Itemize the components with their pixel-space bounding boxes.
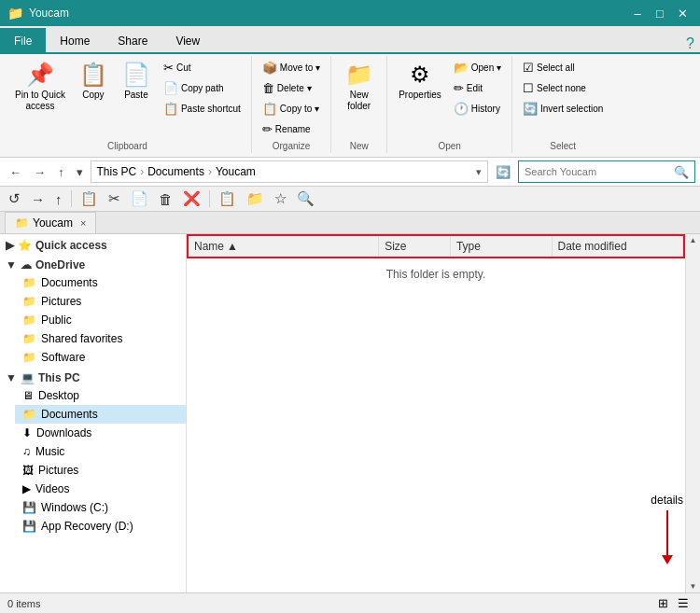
toolbar-cut-button[interactable]: ✂ [105,188,124,209]
open-button[interactable]: 📂 Open ▾ [449,58,506,77]
sidebar-item-documents-od[interactable]: 📁 Documents [15,273,186,292]
empty-message: This folder is empty. [386,268,485,281]
select-label: Select [550,139,576,151]
forward-button[interactable]: → [29,163,50,181]
sep1: › [140,165,144,178]
sidebar-item-shared-favorites[interactable]: 📁 Shared favorites [15,329,186,348]
new-folder-button[interactable]: 📁 Newfolder [339,58,380,116]
toolbar-search-button[interactable]: 🔍 [293,188,318,209]
address-dropdown-button[interactable]: ▾ [476,166,482,178]
view-list-button[interactable]: ☰ [674,594,693,612]
delete-button[interactable]: 🗑 Delete ▾ [258,78,325,98]
paste-button[interactable]: 📄 Paste [116,58,157,104]
select-all-button[interactable]: ☑ Select all [518,58,608,77]
col-header-type[interactable]: Type [451,236,553,257]
sidebar-item-pictures[interactable]: 🖼 Pictures [15,461,186,480]
sidebar-item-software[interactable]: 📁 Software [15,348,186,367]
cut-button[interactable]: ✂ Cut [159,58,245,77]
sidebar-item-windows-c[interactable]: 💾 Windows (C:) [15,498,186,517]
sidebar-item-music[interactable]: ♫ Music [15,442,186,461]
ribbon-help-icon[interactable]: ? [686,35,700,52]
onedrive-children: 📁 Documents 📁 Pictures 📁 Public 📁 Shared… [0,273,186,367]
sidebar-item-app-recovery-d[interactable]: 💾 App Recovery (D:) [15,517,186,536]
select-all-icon: ☑ [523,61,534,75]
toolbar-back-button[interactable]: ↺ [5,188,24,209]
tab-share[interactable]: Share [104,28,161,52]
sidebar-item-desktop[interactable]: 🖥 Desktop [15,386,186,405]
copy-path-icon: 📄 [163,81,178,95]
toolbar-sep1 [71,190,72,207]
documents-od-icon: 📁 [22,276,36,289]
sidebar-item-documents[interactable]: 📁 Documents [15,405,186,424]
music-label: Music [35,445,64,458]
sidebar-item-quick-access[interactable]: ▶ ⭐ Quick access [0,234,186,254]
pin-quick-access-button[interactable]: 📌 Pin to Quickaccess [9,58,71,116]
toolbar-delete-button[interactable]: 🗑 [155,189,176,209]
toolbar-paste-button[interactable]: 📄 [127,188,152,209]
invert-selection-button[interactable]: 🔄 Invert selection [518,99,608,118]
toolbar-newfolder-button[interactable]: 📋 [215,188,240,209]
title-bar-title: Youcam [29,7,622,20]
rename-icon: ✏ [262,122,273,136]
rename-label: Rename [275,124,311,134]
col-header-date[interactable]: Date modified [553,236,683,257]
this-pc-label: This PC [38,371,80,384]
toolbar-folder-button[interactable]: 📁 [243,188,268,209]
sidebar-item-videos[interactable]: ▶ Videos [15,480,186,498]
scroll-down-button[interactable]: ▼ [688,580,699,592]
delete-icon: 🗑 [262,81,274,95]
select-none-button[interactable]: ☐ Select none [518,78,608,98]
move-icon: 📦 [262,61,277,75]
vertical-scrollbar[interactable]: ▲ ▼ [685,234,700,592]
folder-tab-icon: 📁 [15,216,29,230]
edit-button[interactable]: ✏ Edit [449,78,506,98]
sidebar-item-this-pc[interactable]: ▼ 💻 This PC [0,367,186,386]
properties-button[interactable]: ⚙ Properties [393,58,447,104]
crumb-documents[interactable]: Documents [147,165,204,178]
move-to-button[interactable]: 📦 Move to ▾ [258,58,325,77]
sidebar-item-onedrive[interactable]: ▼ ☁ OneDrive [0,254,186,273]
paste-shortcut-icon: 📋 [163,102,178,116]
close-button[interactable]: ✕ [672,3,693,23]
toolbar-copy-button[interactable]: 📋 [77,188,102,209]
this-pc-icon: 💻 [21,371,35,384]
ribbon-group-open: ⚙ Properties 📂 Open ▾ ✏ Edit 🕐 History [387,56,512,153]
col-header-name[interactable]: Name ▲ [189,236,379,257]
toolbar-up-button[interactable]: ↑ [51,189,66,209]
software-icon: 📁 [22,351,36,364]
crumb-youcam[interactable]: Youcam [216,165,256,178]
search-input[interactable] [525,166,674,177]
recent-button[interactable]: ▾ [72,163,88,181]
desktop-icon: 🖥 [22,389,34,402]
back-button[interactable]: ← [5,163,26,181]
col-header-size[interactable]: Size [379,236,451,257]
folder-tab-close[interactable]: × [80,217,86,229]
maximize-button[interactable]: □ [650,3,670,23]
copy-to-button[interactable]: 📋 Copy to ▾ [258,99,325,118]
sidebar-item-pictures-od[interactable]: 📁 Pictures [15,292,186,311]
history-button[interactable]: 🕐 History [449,99,506,118]
copy-path-button[interactable]: 📄 Copy path [159,78,245,98]
toolbar-forward-button[interactable]: → [27,189,49,209]
address-path[interactable]: This PC › Documents › Youcam ▾ [91,160,489,183]
folder-tab-youcam[interactable]: 📁 Youcam × [5,212,96,233]
sidebar-item-public[interactable]: 📁 Public [15,311,186,329]
paste-shortcut-button[interactable]: 📋 Paste shortcut [159,99,245,118]
refresh-button[interactable]: 🔄 [491,163,515,181]
toolbar-cancel-button[interactable]: ❌ [179,188,204,209]
copy-button[interactable]: 📋 Copy [73,58,114,104]
rename-button[interactable]: ✏ Rename [258,119,325,139]
tab-view[interactable]: View [161,28,214,52]
toolbar-star-button[interactable]: ☆ [271,188,290,209]
date-col-label: Date modified [558,240,627,253]
tab-file[interactable]: File [0,28,46,52]
file-table-header: Name ▲ Size Type Date modified [187,234,685,258]
organize-content: 📦 Move to ▾ 🗑 Delete ▾ 📋 Copy to ▾ ✏ Ren… [258,58,325,139]
minimize-button[interactable]: – [627,3,648,23]
tab-home[interactable]: Home [46,28,104,52]
up-button[interactable]: ↑ [53,163,69,181]
sidebar-item-downloads[interactable]: ⬇ Downloads [15,424,186,442]
crumb-thispc[interactable]: This PC [97,165,137,178]
view-details-button[interactable]: ⊞ [654,594,672,612]
scroll-up-button[interactable]: ▲ [688,234,699,246]
